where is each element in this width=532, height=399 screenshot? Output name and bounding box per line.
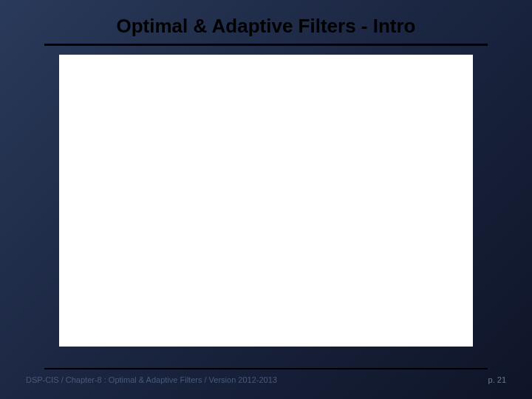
title-divider xyxy=(44,44,488,46)
slide-footer: DSP-CIS / Chapter-8 : Optimal & Adaptive… xyxy=(0,368,532,384)
slide-header: Optimal & Adaptive Filters - Intro xyxy=(0,0,532,52)
footer-divider xyxy=(44,368,488,369)
footer-row: DSP-CIS / Chapter-8 : Optimal & Adaptive… xyxy=(22,375,510,384)
slide-content-area xyxy=(59,55,473,347)
slide-title: Optimal & Adaptive Filters - Intro xyxy=(0,15,532,38)
footer-breadcrumb: DSP-CIS / Chapter-8 : Optimal & Adaptive… xyxy=(26,375,277,384)
page-number: p. 21 xyxy=(488,375,506,384)
